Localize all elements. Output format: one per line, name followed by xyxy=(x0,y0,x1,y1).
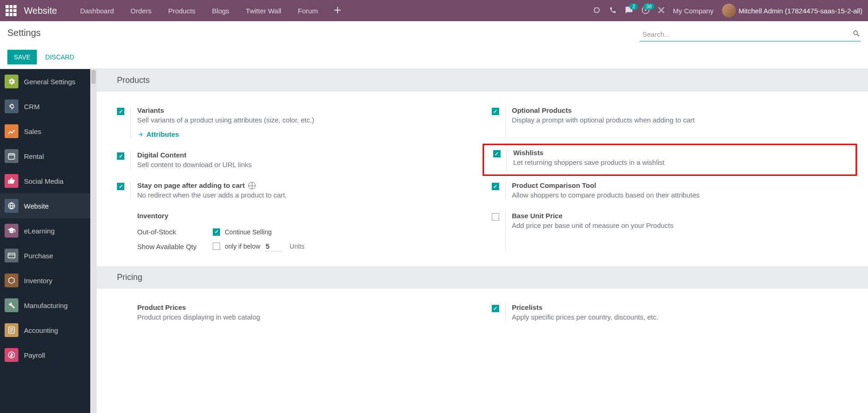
sidebar-item-label: Website xyxy=(24,202,49,210)
company-menu[interactable]: My Company xyxy=(673,7,713,15)
setting-base-unit-price: Base Unit Price Add price per base unit … xyxy=(492,208,848,255)
label-only-below: only if below xyxy=(225,243,260,250)
sidebar-item-payroll[interactable]: Payroll xyxy=(0,343,90,367)
sidebar-item-label: Social Media xyxy=(24,177,64,185)
sidebar-item-label: General Settings xyxy=(24,78,76,86)
setting-title: Inventory xyxy=(137,212,473,220)
svg-rect-0 xyxy=(8,154,15,159)
label-out-of-stock: Out-of-Stock xyxy=(137,228,202,236)
checkbox-optional-products[interactable]: ✓ xyxy=(492,108,499,115)
close-tray-icon[interactable] xyxy=(658,7,664,15)
checkbox-stay-on-page[interactable]: ✓ xyxy=(117,183,124,190)
sidebar-item-label: CRM xyxy=(24,103,40,111)
wrench-icon xyxy=(5,298,18,312)
plus-icon xyxy=(334,7,341,13)
search-input[interactable] xyxy=(640,28,861,41)
svg-rect-2 xyxy=(8,253,15,258)
sidebar-item-website[interactable]: Website xyxy=(0,193,90,218)
setting-desc: No redirect when the user adds a product… xyxy=(137,191,473,199)
check-icon: ✓ xyxy=(493,109,497,115)
card-icon xyxy=(5,249,18,262)
debug-icon[interactable] xyxy=(593,6,601,16)
setting-desc: Sell content to download or URL links xyxy=(137,161,473,169)
checkbox-base-unit-price[interactable] xyxy=(492,213,499,221)
nav-dashboard[interactable]: Dashboard xyxy=(72,1,122,20)
arrow-right-icon xyxy=(137,131,144,138)
activity-icon[interactable]: 38 xyxy=(641,6,650,16)
setting-desc: Product prices displaying in web catalog xyxy=(137,313,473,321)
checkbox-digital-content[interactable]: ✓ xyxy=(117,152,124,160)
sidebar-item-crm[interactable]: CRM xyxy=(0,94,90,119)
setting-digital-content: ✓ Digital Content Sell content to downlo… xyxy=(117,147,473,172)
link-attributes[interactable]: Attributes xyxy=(137,130,473,138)
user-menu[interactable]: Mitchell Admin (17824475-saas-15-2-all) xyxy=(722,4,862,17)
setting-desc: Sell variants of a product using attribu… xyxy=(137,116,473,124)
globe-icon xyxy=(5,199,18,213)
setting-title: Pricelists xyxy=(512,303,848,311)
check-icon: ✓ xyxy=(493,184,497,190)
setting-title: Wishlists xyxy=(513,149,847,157)
label-continue-selling: Continue Selling xyxy=(225,228,272,236)
checkbox-variants[interactable]: ✓ xyxy=(117,108,124,115)
nav-twitter-wall[interactable]: Twitter Wall xyxy=(238,1,290,20)
gear-icon xyxy=(5,75,18,88)
setting-desc: Display a prompt with optional products … xyxy=(512,116,848,124)
sidebar-item-inventory[interactable]: Inventory xyxy=(0,268,90,293)
apps-menu-icon[interactable] xyxy=(6,5,17,16)
nav-forum[interactable]: Forum xyxy=(290,1,326,20)
nav-products[interactable]: Products xyxy=(160,1,204,20)
checkbox-only-below[interactable] xyxy=(213,243,220,250)
scrollbar-track[interactable] xyxy=(90,69,97,413)
chat-icon[interactable]: 2 xyxy=(625,6,633,16)
setting-title: Base Unit Price xyxy=(512,212,848,220)
chat-badge: 2 xyxy=(629,3,638,10)
app-name: Website xyxy=(24,6,57,16)
check-icon: ✓ xyxy=(215,229,219,235)
setting-desc: Allow shoppers to compare products based… xyxy=(512,191,848,199)
setting-title: Digital Content xyxy=(137,151,473,159)
sidebar-item-manufacturing[interactable]: Manufacturing xyxy=(0,293,90,318)
scrollbar-thumb[interactable] xyxy=(91,70,96,84)
discard-button[interactable]: DISCARD xyxy=(43,50,76,64)
control-panel: Settings SAVE DISCARD xyxy=(0,21,868,69)
sidebar-item-label: Inventory xyxy=(24,277,52,285)
section-pricing-header: Pricing xyxy=(97,266,868,289)
search-icon[interactable] xyxy=(852,29,861,40)
setting-stay-on-page: ✓ Stay on page after adding to cart No r… xyxy=(117,178,473,203)
nav-blogs[interactable]: Blogs xyxy=(204,1,238,20)
setting-product-prices: Product Prices Product prices displaying… xyxy=(117,300,473,325)
save-button[interactable]: SAVE xyxy=(7,50,37,64)
phone-icon[interactable] xyxy=(609,6,617,15)
checkbox-wishlists[interactable]: ✓ xyxy=(493,150,501,157)
nav-new[interactable] xyxy=(326,1,349,20)
top-nav: Website Dashboard Orders Products Blogs … xyxy=(0,0,868,21)
box-icon xyxy=(5,273,18,287)
sidebar-item-social-media[interactable]: Social Media xyxy=(0,169,90,193)
sidebar-item-rental[interactable]: Rental xyxy=(0,144,90,169)
sidebar-item-sales[interactable]: Sales xyxy=(0,119,90,144)
nav-orders[interactable]: Orders xyxy=(122,1,160,20)
checkbox-continue-selling[interactable]: ✓ xyxy=(213,228,220,236)
sidebar-item-label: Accounting xyxy=(24,326,58,334)
checkbox-pricelists[interactable]: ✓ xyxy=(492,305,499,312)
ledger-icon xyxy=(5,323,18,337)
sidebar-item-elearning[interactable]: eLearning xyxy=(0,218,90,243)
sidebar-item-label: Sales xyxy=(24,128,41,135)
setting-title: Stay on page after adding to cart xyxy=(137,181,473,189)
sidebar-item-purchase[interactable]: Purchase xyxy=(0,243,90,268)
money-icon xyxy=(5,348,18,362)
check-icon: ✓ xyxy=(119,153,123,159)
input-qty-threshold[interactable] xyxy=(265,241,281,251)
sidebar-item-label: Rental xyxy=(24,152,44,160)
graduation-icon xyxy=(5,224,18,238)
setting-desc: Let returning shoppers save products in … xyxy=(513,158,847,166)
user-name: Mitchell Admin (17824475-saas-15-2-all) xyxy=(739,7,862,15)
check-icon: ✓ xyxy=(119,109,123,115)
sidebar-item-general-settings[interactable]: General Settings xyxy=(0,69,90,94)
handshake-icon xyxy=(5,99,18,113)
check-icon: ✓ xyxy=(495,151,499,157)
checkbox-comparison[interactable]: ✓ xyxy=(492,183,499,190)
sidebar-item-label: Purchase xyxy=(24,252,53,260)
setting-desc: Add price per base unit of measure on yo… xyxy=(512,221,848,229)
sidebar-item-accounting[interactable]: Accounting xyxy=(0,318,90,343)
